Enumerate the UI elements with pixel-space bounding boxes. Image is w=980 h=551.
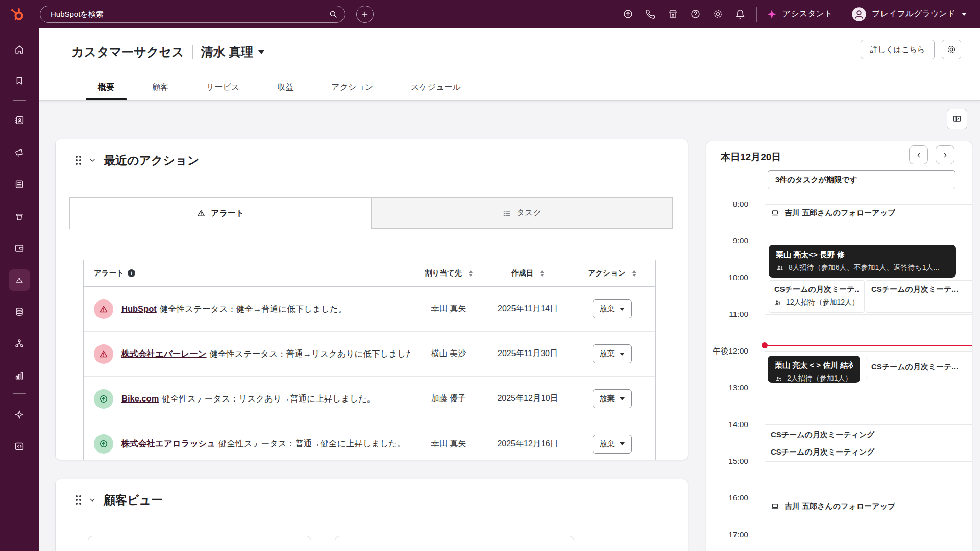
account-menu[interactable]: プレイフルグラウンド [847, 7, 971, 22]
discard-button[interactable]: 放棄 [593, 389, 632, 408]
health-down-icon [94, 344, 113, 364]
table-header: アラート 割り当て先 作成日 アクション [84, 260, 655, 287]
tab-overview[interactable]: 概要 [86, 82, 127, 100]
company-link[interactable]: Bike.com [121, 394, 159, 403]
calendar-event[interactable]: 吉川 五郎さんのフォローアップ [771, 208, 965, 218]
table-row: HubSpot健全性ステータス：健全→普通に低下しました。 幸田 真矢 2025… [84, 287, 655, 332]
create-button[interactable] [356, 6, 374, 23]
tasks-due-banner[interactable]: 3件のタスクが期限です [768, 170, 955, 189]
calendar-event[interactable]: 栗山 亮太 < > 佐川 結衣 2人招待（参加1人） [768, 356, 860, 383]
sidebar-divider [13, 393, 26, 394]
sidebar-item-automations[interactable] [9, 333, 30, 354]
calendar-event[interactable]: CSチームの月次ミーティング [771, 447, 968, 457]
tab-revenue[interactable]: 収益 [265, 82, 306, 100]
collapse-card-chevron[interactable] [88, 496, 96, 504]
calendar-event[interactable]: 栗山 亮太<> 長野 修 8人招待（参加6人、不参加1人、返答待ち1人... [769, 245, 956, 278]
sidebar-item-payments[interactable] [9, 237, 30, 259]
company-link[interactable]: HubSpot [121, 304, 157, 313]
sidebar-item-reporting[interactable] [9, 365, 30, 386]
main-content: 最近のアクション アラート タスク アラート 割り当て先 作成日 アクション [39, 101, 980, 551]
time-label: 15:00 [706, 456, 748, 467]
time-label: 10:00 [706, 272, 748, 283]
attendees-icon [776, 264, 784, 272]
nav-divider [756, 7, 757, 22]
sidebar-item-bookmarks[interactable] [9, 70, 30, 91]
sidebar-divider [13, 100, 26, 101]
calendar-event[interactable]: CSチームの月次ミーテ... [866, 280, 972, 313]
column-created[interactable]: 作成日 [487, 268, 569, 278]
top-navbar: アシスタント プレイフルグラウンド [0, 0, 980, 28]
company-link[interactable]: 株式会社エバーレーン [121, 349, 207, 358]
company-link[interactable]: 株式会社エアロラッシュ [121, 439, 215, 448]
column-action[interactable]: アクション [569, 268, 655, 278]
tab-actions[interactable]: アクション [319, 82, 385, 100]
assignee: 幸田 真矢 [410, 304, 487, 314]
workspace-settings-button[interactable] [942, 40, 961, 59]
tab-tasks[interactable]: タスク [371, 198, 673, 229]
code-icon [14, 441, 25, 452]
sidebar-item-data[interactable] [9, 301, 30, 322]
calendar-event[interactable]: 吉川 五郎さんのフォローアップ [771, 502, 965, 511]
collapse-card-chevron[interactable] [88, 156, 96, 164]
home-icon [14, 44, 25, 55]
settings-icon[interactable] [706, 3, 729, 26]
hubspot-logo-icon[interactable] [9, 6, 26, 23]
chevron-down-icon [962, 13, 967, 16]
chevron-down-icon [620, 442, 625, 445]
assistant-button[interactable]: アシスタント [762, 9, 837, 20]
sidebar-item-commerce[interactable] [9, 206, 30, 227]
sidebar-item-content[interactable] [9, 173, 30, 195]
call-icon[interactable] [639, 3, 662, 26]
discard-button[interactable]: 放棄 [593, 299, 632, 318]
page-title: カスタマーサクセス [71, 44, 184, 60]
avatar [851, 7, 867, 22]
calendar-next-button[interactable] [936, 145, 954, 164]
calendar-panel: 本日12月20日 3件のタスクが期限です 8:00 9:00 10:00 11:… [706, 141, 972, 551]
learn-more-button[interactable]: 詳しくはこちら [861, 40, 935, 59]
time-label: 14:00 [706, 419, 748, 430]
owner-selector[interactable]: 清水 真理 [201, 44, 265, 60]
notifications-icon[interactable] [729, 3, 751, 26]
tab-customers[interactable]: 顧客 [140, 82, 181, 100]
column-assignee[interactable]: 割り当て先 [410, 268, 487, 278]
collapse-panel-button[interactable] [947, 109, 967, 129]
warning-icon [197, 209, 206, 218]
info-icon[interactable] [128, 269, 135, 277]
drag-handle[interactable] [76, 495, 81, 505]
tab-service[interactable]: サービス [194, 82, 252, 100]
calendar-event[interactable]: CSチームの月次ミーテ... [866, 358, 972, 378]
search-icon [329, 10, 338, 19]
database-icon [14, 306, 25, 317]
marketplace-icon[interactable] [662, 3, 684, 26]
grid-line [706, 192, 972, 192]
tab-schedule[interactable]: スケジュール [399, 82, 473, 100]
calendar-event[interactable]: CSチームの月次ミーテ... 12人招待（参加12人） [769, 280, 865, 313]
meeting-icon [771, 209, 779, 217]
sidebar-item-developer[interactable] [9, 436, 30, 457]
table-row: Bike.com健全性ステータス：リスクあり→普通に上昇しました。 加藤 優子 … [84, 377, 655, 421]
meeting-icon [771, 502, 779, 511]
created-date: 2025年11月30日 [487, 348, 569, 359]
discard-button[interactable]: 放棄 [593, 344, 632, 363]
sidebar-item-service[interactable] [9, 269, 30, 291]
search-input[interactable] [40, 6, 345, 23]
calendar-prev-button[interactable] [909, 145, 928, 164]
title-divider [192, 45, 193, 59]
customer-view-card: 顧客ビュー [55, 479, 688, 551]
help-icon[interactable] [684, 3, 706, 26]
drag-handle[interactable] [76, 156, 81, 165]
sort-icon [469, 270, 473, 277]
table-row: 株式会社エバーレーン健全性ステータス：普通→リスクありに低下しました。 横山 美… [84, 332, 655, 377]
current-time-dot [762, 342, 768, 348]
task-list-icon [502, 209, 511, 218]
sidebar-item-ai[interactable] [9, 404, 30, 425]
bookmark-icon [14, 76, 24, 86]
sidebar-item-marketing[interactable] [9, 142, 30, 163]
sidebar-item-crm[interactable] [9, 110, 30, 131]
discard-button[interactable]: 放棄 [593, 435, 632, 454]
global-search [40, 6, 345, 23]
tab-alerts[interactable]: アラート [70, 198, 371, 229]
calendar-event[interactable]: CSチームの月次ミーティング [771, 430, 968, 440]
upgrade-icon[interactable] [617, 3, 639, 26]
sidebar-item-home[interactable] [9, 39, 30, 60]
